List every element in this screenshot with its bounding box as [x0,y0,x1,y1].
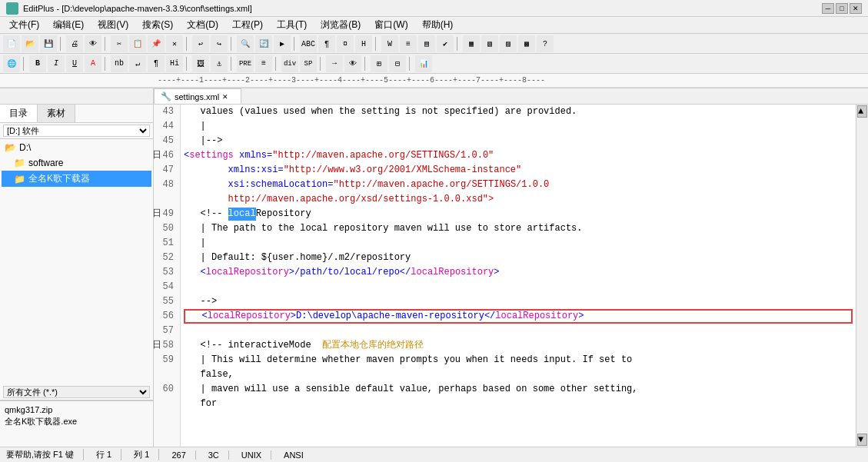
vertical-scrollbar[interactable]: ▲ ▼ [856,105,868,447]
btn4[interactable]: W [381,35,398,52]
code-line-57 [184,324,856,338]
restore-button[interactable]: □ [836,3,848,14]
minimize-button[interactable]: ─ [822,3,834,14]
paste-button[interactable]: 📌 [148,35,165,52]
tab-close-button[interactable]: ✕ [222,93,228,101]
open-button[interactable]: 📂 [22,35,38,52]
btn2[interactable]: ¤ [337,35,354,52]
arrow-button[interactable]: → [326,55,343,72]
preview-button[interactable]: 👁 [85,35,101,52]
main-layout: 目录素材 [D:] 软件 📂D:\ 📁software 📁全名K歌下载器 所有文… [0,105,868,447]
file-filter-select[interactable]: 所有文件 (*.*) [3,386,150,398]
line-number-49: 日49 [157,207,177,221]
close-button[interactable]: ✕ [850,3,862,14]
code-line-48: xsi:schemaLocation="http://maven.apache.… [184,178,856,192]
scroll-up[interactable]: ▲ [857,105,867,118]
chart-button[interactable]: 📊 [415,55,432,72]
code-line-60: | maven will use a sensible default valu… [184,382,856,397]
btn6[interactable]: ▤ [418,35,435,52]
br-button[interactable]: ↵ [129,55,146,72]
nb-button[interactable]: nb [111,55,128,72]
underline-button[interactable]: U [66,55,83,72]
line-number-46: 日46 [157,148,177,163]
new-button[interactable]: 📄 [3,35,20,52]
view-button[interactable]: 👁 [344,55,361,72]
menu-p[interactable]: 工程(P) [226,17,269,33]
file-item-qmkg317zip[interactable]: qmkg317.zip [3,404,150,415]
findnext-button[interactable]: ▶ [274,35,291,52]
div-button[interactable]: div [281,55,298,72]
menu-d[interactable]: 文档(D) [181,17,224,33]
anchor-button[interactable]: ⚓ [211,55,228,72]
status-encoding: 3C [208,450,229,460]
menu-b[interactable]: 浏览器(B) [314,17,367,33]
replace-button[interactable]: 🔄 [255,35,272,52]
menu-s[interactable]: 搜索(S) [136,17,179,33]
table-button[interactable]: ⊞ [371,55,387,72]
tree-item-全名K歌下载器[interactable]: 📁全名K歌下载器 [2,171,151,187]
table2-button[interactable]: ⊟ [389,55,406,72]
hi-button[interactable]: Hi [166,55,183,72]
globe-button[interactable]: 🌐 [3,55,20,72]
redo-button[interactable]: ↪ [211,35,228,52]
file-tab-settings[interactable]: 🔧 settings.xml ✕ [154,88,241,104]
file-item-Kexe[interactable]: 全名K歌下载器.exe [3,415,150,428]
img-button[interactable]: 🖼 [192,55,209,72]
sep2 [105,37,108,51]
tree-item-D[interactable]: 📂D:\ [2,141,151,155]
btn9[interactable]: ▧ [481,35,498,52]
ruler-text: ----+----1----+----2----+----3----+----4… [158,76,545,85]
menu-v[interactable]: 视图(V) [91,17,135,33]
sidebar: 目录素材 [D:] 软件 📂D:\ 📁software 📁全名K歌下载器 所有文… [0,105,154,447]
title-text: EditPlus - [D:\develop\apache-maven-3.3.… [23,4,822,13]
sidebar-dropdown[interactable]: [D:] 软件 [0,123,153,139]
print-button[interactable]: 🖨 [66,35,83,52]
sp-button[interactable]: SP [300,55,317,72]
btn1[interactable]: ¶ [318,35,335,52]
btn8[interactable]: ▦ [463,35,480,52]
find-button[interactable]: 🔍 [237,35,254,52]
sep14 [364,57,367,71]
menu-w[interactable]: 窗口(W) [368,17,414,33]
menu-t[interactable]: 工具(T) [271,17,313,33]
scroll-track[interactable] [856,118,868,433]
menu-h[interactable]: 帮助(H) [416,17,460,33]
cut-button[interactable]: ✂ [111,35,128,52]
scroll-down[interactable]: ▼ [857,434,867,446]
status-chars: 267 [171,450,195,460]
line-number-56: 56 [157,309,177,324]
btn5[interactable]: ≡ [400,35,417,52]
color-button[interactable]: A [85,55,101,72]
btn12[interactable]: ? [537,35,554,52]
code-line-53: <localRepository>/path/to/local/repo</lo… [184,265,856,280]
tab-bar: 🔧 settings.xml ✕ [0,88,868,105]
save-button[interactable]: 💾 [40,35,57,52]
btn3[interactable]: H [355,35,372,52]
pre-button[interactable]: PRE [237,55,254,72]
para-button[interactable]: ¶ [148,55,165,72]
menu-f[interactable]: 文件(F) [3,17,45,33]
btn7[interactable]: ✔ [437,35,454,52]
copy-button[interactable]: 📋 [129,35,146,52]
btn10[interactable]: ▨ [500,35,517,52]
undo-button[interactable]: ↩ [192,35,209,52]
code-editor[interactable]: values (values used when the setting is … [181,105,856,447]
menu-e[interactable]: 编辑(E) [47,17,90,33]
delete-button[interactable]: ✕ [166,35,183,52]
code-line-58: <!-- interactiveMode 配置本地仓库的绝对路径 [184,338,856,353]
sep13 [320,57,323,71]
code-line-44: | [184,119,856,134]
sidebar-tab-素材[interactable]: 素材 [38,105,75,122]
tree-item-software[interactable]: 📁software [2,155,151,171]
line-number-55: 55 [157,294,177,309]
line-number-50: 50 [157,221,177,236]
btn11[interactable]: ▩ [518,35,535,52]
italic-button[interactable]: I [48,55,65,72]
status-charset: ANSI [284,450,304,460]
bold-button[interactable]: B [29,55,46,72]
line-number-6 [157,192,177,207]
sidebar-tab-目录[interactable]: 目录 [0,105,38,122]
list-button[interactable]: ≡ [255,55,272,72]
sidebar-drive-select[interactable]: [D:] 软件 [3,125,150,137]
spell-button[interactable]: ABC [300,35,317,52]
